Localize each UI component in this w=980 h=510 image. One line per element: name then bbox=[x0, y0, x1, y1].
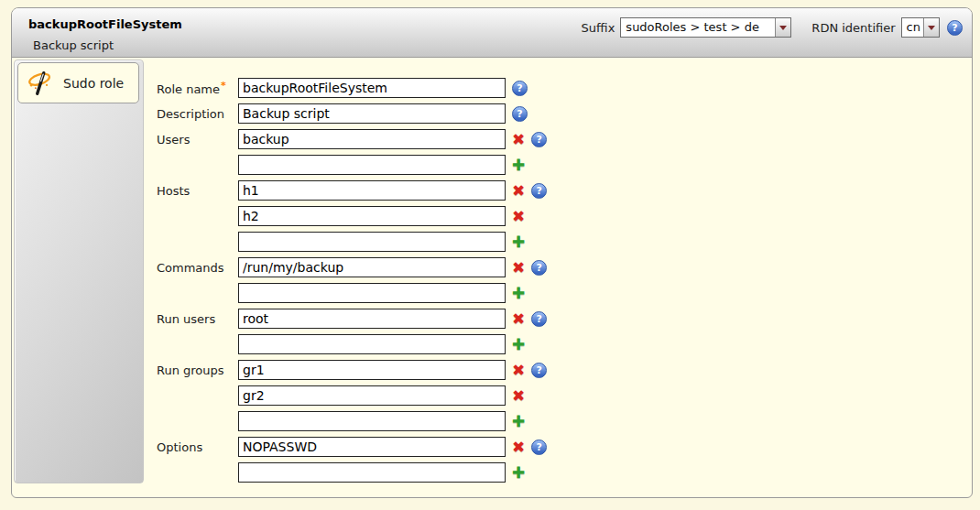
delete-button[interactable]: ✖ bbox=[512, 311, 525, 327]
field-input[interactable] bbox=[238, 155, 506, 175]
suffix-label: Suffix bbox=[582, 21, 615, 35]
field-input[interactable] bbox=[238, 283, 506, 303]
help-icon[interactable]: ? bbox=[947, 20, 963, 36]
field-label: Users bbox=[157, 133, 190, 146]
delete-button[interactable]: ✖ bbox=[512, 132, 525, 147]
delete-button[interactable]: ✖ bbox=[512, 363, 525, 378]
field-input[interactable] bbox=[238, 232, 506, 252]
form-row: * ✖ ? ✚ bbox=[157, 155, 547, 175]
module-sidebar bbox=[14, 60, 144, 483]
field-label: Hosts bbox=[157, 184, 190, 198]
suffix-select[interactable]: sudoRoles > test > de bbox=[620, 17, 791, 38]
field-label: Run groups bbox=[157, 364, 224, 377]
form-row: * ✖ ? ✚ bbox=[157, 206, 547, 226]
main-window: backupRootFileSystem Backup script Suffi… bbox=[11, 7, 973, 498]
add-button[interactable]: ✚ bbox=[512, 414, 525, 429]
field-input[interactable] bbox=[238, 257, 506, 277]
form-row: Description* ✖ ? ✚ bbox=[157, 103, 547, 124]
form-row: * ✖ ? ✚ bbox=[157, 283, 547, 303]
form-row: Hosts* ✖ ? ✚ bbox=[157, 180, 547, 201]
tab-label: Sudo role bbox=[63, 76, 124, 91]
field-label: Commands bbox=[157, 261, 224, 275]
header-controls: Suffix sudoRoles > test > de RDN identif… bbox=[582, 17, 963, 38]
help-icon[interactable]: ? bbox=[512, 81, 528, 96]
delete-button[interactable]: ✖ bbox=[512, 183, 525, 199]
field-input[interactable] bbox=[238, 437, 506, 457]
wand-icon bbox=[26, 69, 55, 98]
delete-button[interactable]: ✖ bbox=[512, 388, 525, 404]
rdn-select-value: cn bbox=[902, 18, 923, 37]
help-icon[interactable]: ? bbox=[531, 363, 547, 378]
field-input[interactable] bbox=[238, 411, 506, 431]
chevron-down-icon bbox=[775, 18, 790, 37]
form-row: * ✖ ? ✚ bbox=[157, 462, 547, 483]
help-icon[interactable]: ? bbox=[531, 183, 547, 199]
field-input[interactable] bbox=[238, 309, 506, 329]
tab-sudo-role[interactable]: Sudo role bbox=[17, 62, 139, 103]
field-label: Run users bbox=[157, 312, 215, 326]
field-label: Role name bbox=[157, 82, 220, 96]
add-button[interactable]: ✚ bbox=[512, 337, 525, 353]
form-row: * ✖ ? ✚ bbox=[157, 411, 547, 431]
suffix-select-value: sudoRoles > test > de bbox=[621, 18, 775, 37]
chevron-down-icon bbox=[923, 18, 939, 37]
form-row: Run groups* ✖ ? ✚ bbox=[157, 360, 547, 380]
add-button[interactable]: ✚ bbox=[512, 157, 525, 173]
delete-button[interactable]: ✖ bbox=[512, 439, 525, 455]
help-icon[interactable]: ? bbox=[531, 132, 547, 147]
form-row: * ✖ ? ✚ bbox=[157, 334, 547, 354]
help-icon[interactable]: ? bbox=[531, 439, 547, 455]
field-input[interactable] bbox=[238, 180, 506, 201]
add-button[interactable]: ✚ bbox=[512, 286, 525, 301]
form-row: Run users* ✖ ? ✚ bbox=[157, 309, 547, 329]
field-label: Description bbox=[157, 107, 224, 121]
field-input[interactable] bbox=[238, 78, 506, 98]
field-input[interactable] bbox=[238, 129, 506, 149]
required-asterisk: * bbox=[221, 80, 226, 92]
help-icon[interactable]: ? bbox=[512, 106, 528, 122]
rdn-identifier-label: RDN identifier bbox=[811, 21, 895, 35]
form-row: Role name* ✖ ? ✚ bbox=[157, 78, 547, 98]
rdn-identifier-select[interactable]: cn bbox=[901, 17, 940, 38]
add-button[interactable]: ✚ bbox=[512, 234, 525, 250]
title-bar: backupRootFileSystem Backup script Suffi… bbox=[12, 8, 972, 58]
delete-button[interactable]: ✖ bbox=[512, 260, 525, 276]
help-icon[interactable]: ? bbox=[531, 260, 547, 276]
field-input[interactable] bbox=[238, 385, 506, 406]
field-label: Options bbox=[157, 440, 202, 454]
form-rows: Role name* ✖ ? ✚ Description* ✖ ? ✚ User… bbox=[157, 78, 547, 488]
help-icon[interactable]: ? bbox=[531, 311, 547, 327]
field-input[interactable] bbox=[238, 334, 506, 354]
field-input[interactable] bbox=[238, 360, 506, 380]
field-input[interactable] bbox=[238, 103, 506, 124]
field-input[interactable] bbox=[238, 206, 506, 226]
field-input[interactable] bbox=[238, 462, 506, 483]
page-title: backupRootFileSystem bbox=[28, 17, 182, 31]
form-row: Options* ✖ ? ✚ bbox=[157, 437, 547, 457]
form-row: * ✖ ? ✚ bbox=[157, 385, 547, 406]
add-button[interactable]: ✚ bbox=[512, 465, 525, 481]
form-row: * ✖ ? ✚ bbox=[157, 232, 547, 252]
form-row: Commands* ✖ ? ✚ bbox=[157, 257, 547, 277]
delete-button[interactable]: ✖ bbox=[512, 209, 525, 224]
form-row: Users* ✖ ? ✚ bbox=[157, 129, 547, 149]
page-subtitle: Backup script bbox=[33, 38, 114, 52]
